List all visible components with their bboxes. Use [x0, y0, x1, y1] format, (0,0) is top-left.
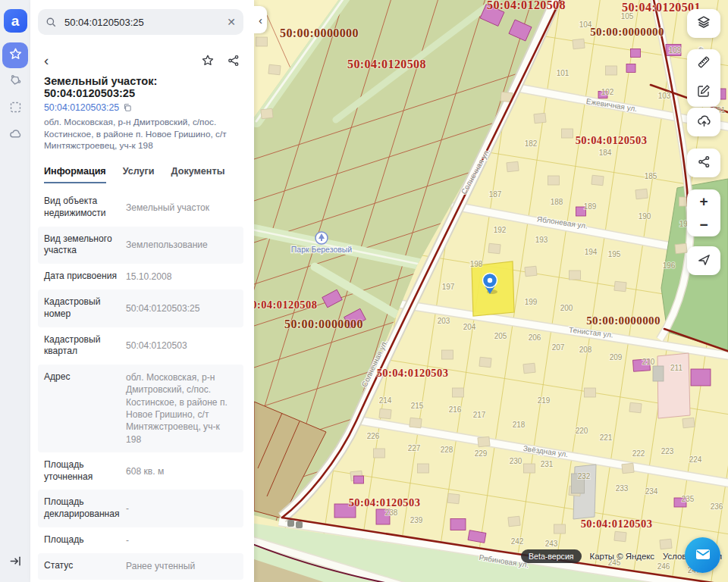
parcel-number: 243 [545, 540, 558, 548]
info-row: Вид объекта недвижимостиЗемельный участо… [38, 189, 243, 226]
parcel-number: 214 [379, 396, 392, 405]
info-row: Адресобл. Московская, р-н Дмитровский, с… [38, 365, 243, 452]
info-row-value: - [126, 534, 237, 546]
cloud-upload-icon [696, 113, 712, 132]
park-label: Парк Березовый [291, 245, 353, 254]
chat-button[interactable] [685, 537, 720, 573]
cloud-upload-button[interactable] [687, 108, 720, 136]
info-row-value: 15.10.2008 [126, 271, 237, 283]
parcel-number: 204 [463, 323, 476, 331]
tab-bar: ИнформацияУслугиДокументы [44, 163, 240, 184]
ruler-button[interactable] [687, 49, 720, 78]
favorites-nav-button[interactable] [2, 42, 28, 68]
parcel-number: 206 [529, 333, 541, 342]
parcel-number: 184 [599, 149, 612, 157]
tab-3[interactable]: Документы [171, 163, 225, 183]
parcel-number: 196 [663, 261, 676, 270]
layers-control [687, 9, 720, 38]
search-icon [46, 17, 57, 28]
parcel-number: 233 [616, 484, 629, 493]
polygon-tool-button[interactable] [2, 69, 28, 95]
parcel-number: 210 [642, 358, 655, 366]
info-row: Вид земельного участкаЗемлепользование [38, 227, 243, 264]
share-button[interactable] [227, 54, 240, 67]
quarter-label: 50:00:0000000 [590, 26, 664, 38]
info-row-value: Земельный участок [126, 202, 237, 214]
left-rail: a [0, 0, 30, 582]
map-share-button[interactable] [687, 149, 720, 177]
tab-2[interactable]: Услуги [123, 163, 155, 183]
layers-button[interactable] [687, 9, 720, 38]
parcel-number: 203 [438, 317, 450, 325]
parcel-number: 215 [411, 402, 424, 410]
quarter-label: 50:00:0000000 [284, 318, 363, 330]
draw-button[interactable] [687, 78, 720, 107]
park-icon [315, 232, 328, 244]
parcel-address: обл. Московская, р-н Дмитровский, с/пос.… [44, 117, 240, 152]
quarter-label: 50:04:0120508 [487, 0, 566, 11]
parcel-number: 189 [584, 202, 597, 211]
info-row-label: Кадастровый номер [44, 296, 117, 320]
zoom-out-button[interactable]: − [687, 213, 720, 236]
parcel-number: 195 [608, 250, 621, 258]
parcel-number: 199 [525, 298, 538, 306]
area-select-button[interactable] [2, 95, 28, 121]
parcel-number: 229 [475, 449, 488, 458]
parcel-number: 182 [525, 139, 538, 148]
info-row-label: Адрес [44, 371, 117, 446]
ruler-icon [696, 55, 711, 73]
info-row-label: Вид объекта недвижимости [44, 196, 117, 219]
cloud-button[interactable] [2, 122, 28, 148]
info-row-value: Ранее учтенный [126, 560, 237, 572]
logout-icon [8, 554, 23, 571]
cadastral-map[interactable]: Парк Березовый 50:00:000000050:04:012050… [254, 0, 728, 582]
info-row: Кадастровый квартал50:04:0120503 [38, 327, 243, 365]
favorite-star-button[interactable] [201, 54, 215, 67]
logout-button[interactable] [0, 554, 30, 571]
cadastral-number-link[interactable]: 50:04:0120503:25 [44, 102, 119, 113]
quarter-label: 50:00:0000000 [586, 314, 661, 327]
parcel-number: 216 [449, 405, 462, 414]
parcel-number: 223 [661, 447, 674, 455]
info-row: Площадь- [38, 527, 243, 553]
app-logo-icon[interactable]: a [4, 9, 27, 33]
yandex-copyright[interactable]: Карты © Яндекс [590, 552, 655, 561]
parcel-number: 239 [410, 516, 423, 524]
parcel-number: 219 [538, 396, 551, 405]
parcel-number: 185 [645, 172, 657, 180]
tab-1[interactable]: Информация [44, 163, 106, 183]
copy-icon[interactable] [123, 103, 132, 112]
envelope-icon [694, 545, 712, 566]
search-input[interactable] [63, 16, 221, 29]
parcel-number: 190 [639, 212, 651, 221]
quarter-label: 50:04:0120508 [254, 299, 317, 311]
info-table: Вид объекта недвижимостиЗемельный участо… [38, 189, 243, 582]
collapse-panel-button[interactable]: ‹ [254, 6, 267, 33]
info-row-label: Кадастровый квартал [44, 334, 117, 358]
parcel-number: 218 [513, 421, 526, 429]
parcel-info-panel: ✕ ‹ Земельный участок: 50:04:0120503:25 … [30, 0, 254, 582]
pink-parcel-211[interactable] [657, 353, 690, 418]
navigator-icon [697, 252, 711, 270]
back-button[interactable]: ‹ [44, 53, 49, 67]
parcel-number: 102 [601, 88, 614, 96]
info-row-label: Площадь декларированная [44, 496, 117, 520]
search-bar[interactable]: ✕ [38, 9, 243, 35]
parcel-number: 188 [551, 198, 563, 206]
locate-control [687, 246, 720, 275]
parcel-number: 227 [408, 444, 421, 452]
parcel-number: 194 [585, 248, 598, 256]
parcel-number: 217 [473, 411, 486, 419]
info-row-label: Площадь уточненная [44, 459, 117, 483]
polygon-icon [8, 74, 22, 90]
parcel-number: 104 [579, 20, 592, 29]
clear-search-icon[interactable]: ✕ [227, 16, 236, 28]
locate-button[interactable] [687, 246, 720, 275]
upload-control [687, 108, 720, 136]
zoom-control: + − [687, 189, 720, 236]
measure-edit-control [687, 49, 720, 107]
beta-badge: Beta-версия [521, 549, 582, 563]
zoom-in-button[interactable]: + [687, 189, 720, 213]
info-row-label: Вид земельного участка [44, 233, 117, 257]
parcel-number: 230 [510, 457, 522, 465]
